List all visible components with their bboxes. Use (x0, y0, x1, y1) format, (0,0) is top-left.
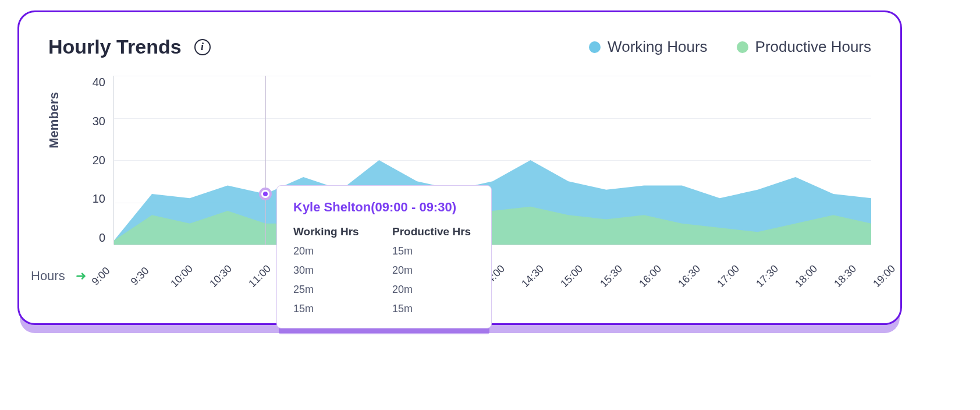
tooltip-productive-value: 20m (392, 264, 413, 277)
tooltip-working-value: 30m (293, 264, 375, 277)
tooltip-working-value: 25m (293, 284, 375, 296)
legend-dot-icon (737, 41, 748, 53)
x-tick: 14:30 (520, 263, 547, 290)
x-tick: 16:30 (676, 263, 703, 290)
tooltip-working-value: 15m (293, 303, 375, 315)
tooltip-col2-header: Productive Hrs (392, 225, 471, 238)
tooltip-headers: Working Hrs Productive Hrs (293, 225, 475, 238)
x-tick: 15:30 (598, 263, 625, 290)
hover-line (265, 76, 266, 245)
info-icon[interactable]: i (194, 39, 211, 55)
page-title: Hourly Trends (48, 36, 182, 58)
y-tick: 10 (82, 192, 105, 206)
legend-dot-icon (589, 41, 601, 53)
tooltip-productive-value: 15m (392, 303, 413, 315)
x-tick: 11:00 (246, 263, 274, 290)
x-tick: 19:00 (871, 263, 898, 290)
plot[interactable] (113, 76, 871, 245)
x-tick: 10:00 (168, 263, 196, 290)
tooltip-row: 20m15m (293, 245, 475, 257)
y-axis-label: Members (47, 92, 62, 149)
tooltip-working-value: 20m (293, 245, 375, 257)
x-tick: 9:00 (89, 265, 112, 288)
x-tick: 15:00 (559, 263, 586, 290)
arrow-right-icon: ➜ (76, 268, 86, 284)
card-header: Hourly Trends i Working Hours Productive… (48, 36, 871, 58)
tooltip-row: 15m15m (293, 303, 475, 315)
legend-productive-hours[interactable]: Productive Hours (737, 38, 871, 56)
x-tick: 16:00 (637, 263, 664, 290)
area-svg (114, 76, 871, 245)
y-tick: 40 (82, 76, 105, 89)
x-tick: 17:00 (715, 263, 742, 290)
tooltip-row: 25m20m (293, 284, 475, 296)
hover-tooltip: Kyle Shelton(09:00 - 09:30) Working Hrs … (276, 185, 492, 328)
y-tick: 20 (82, 154, 105, 167)
tooltip-rows: 20m15m30m20m25m20m15m15m (293, 245, 475, 315)
x-tick: 9:30 (128, 265, 151, 288)
legend-label: Productive Hours (755, 38, 871, 56)
x-axis-label: Hours (31, 268, 65, 284)
x-tick: 18:30 (832, 263, 859, 290)
legend-label: Working Hours (608, 38, 707, 56)
info-icon-glyph: i (201, 41, 204, 53)
tooltip-title: Kyle Shelton(09:00 - 09:30) (293, 200, 475, 215)
x-tick: 18:00 (793, 263, 820, 290)
tooltip-col1-header: Working Hrs (293, 225, 375, 238)
x-tick: 17:30 (754, 263, 781, 290)
tooltip-productive-value: 15m (392, 245, 413, 257)
y-tick: 0 (82, 231, 105, 245)
legend-working-hours[interactable]: Working Hours (589, 38, 707, 56)
tooltip-productive-value: 20m (392, 284, 413, 296)
x-tick: 10:30 (207, 263, 235, 290)
y-axis-ticks: 403020100 (82, 76, 105, 245)
title-group: Hourly Trends i (48, 36, 211, 58)
y-tick: 30 (82, 115, 105, 128)
highlight-dot-icon (259, 188, 272, 200)
tooltip-row: 30m20m (293, 264, 475, 277)
chart-legend: Working Hours Productive Hours (589, 38, 871, 56)
